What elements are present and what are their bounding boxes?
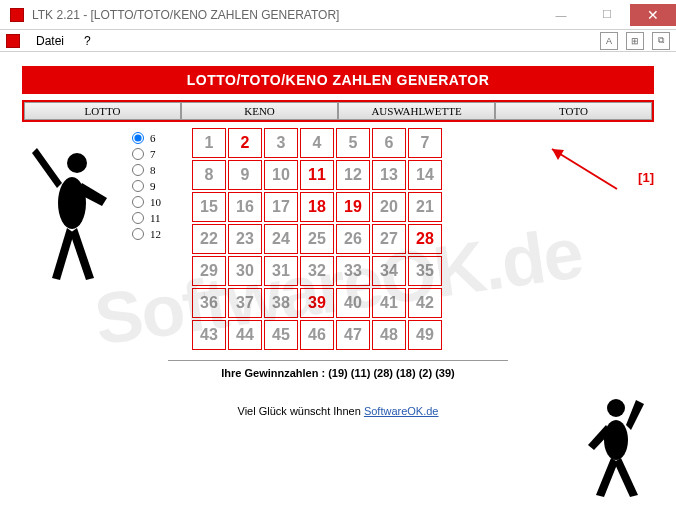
radio-11-label: 11 [150, 212, 161, 224]
cell-20[interactable]: 20 [372, 192, 406, 222]
cell-10[interactable]: 10 [264, 160, 298, 190]
count-radio-group: 6 7 8 9 10 11 12 [132, 128, 192, 350]
cell-49[interactable]: 49 [408, 320, 442, 350]
cell-37[interactable]: 37 [228, 288, 262, 318]
svg-point-0 [67, 153, 87, 173]
cell-33[interactable]: 33 [336, 256, 370, 286]
cell-11[interactable]: 11 [300, 160, 334, 190]
tab-toto[interactable]: TOTO [495, 102, 652, 120]
window-title: LTK 2.21 - [LOTTO/TOTO/KENO ZAHLEN GENER… [32, 8, 538, 22]
cell-36[interactable]: 36 [192, 288, 226, 318]
right-area: [1] [442, 128, 654, 350]
tool-icon-3[interactable]: ⧉ [652, 32, 670, 50]
cell-47[interactable]: 47 [336, 320, 370, 350]
cell-3[interactable]: 3 [264, 128, 298, 158]
radio-8-label: 8 [150, 164, 156, 176]
cell-40[interactable]: 40 [336, 288, 370, 318]
menu-app-icon [6, 34, 20, 48]
cell-1[interactable]: 1 [192, 128, 226, 158]
radio-11[interactable]: 11 [132, 210, 192, 226]
cell-8[interactable]: 8 [192, 160, 226, 190]
annotation-arrow: [1] [638, 170, 654, 185]
cell-31[interactable]: 31 [264, 256, 298, 286]
cell-9[interactable]: 9 [228, 160, 262, 190]
cell-42[interactable]: 42 [408, 288, 442, 318]
tab-keno[interactable]: KENO [181, 102, 338, 120]
cell-28[interactable]: 28 [408, 224, 442, 254]
cell-6[interactable]: 6 [372, 128, 406, 158]
tab-bar: LOTTO KENO AUSWAHLWETTE TOTO [22, 100, 654, 122]
radio-7[interactable]: 7 [132, 146, 192, 162]
cell-27[interactable]: 27 [372, 224, 406, 254]
cell-48[interactable]: 48 [372, 320, 406, 350]
cell-41[interactable]: 41 [372, 288, 406, 318]
cell-15[interactable]: 15 [192, 192, 226, 222]
cell-44[interactable]: 44 [228, 320, 262, 350]
radio-6-label: 6 [150, 132, 156, 144]
tab-lotto[interactable]: LOTTO [24, 102, 181, 120]
stickman-right-icon [576, 390, 656, 500]
cell-38[interactable]: 38 [264, 288, 298, 318]
cell-14[interactable]: 14 [408, 160, 442, 190]
cell-29[interactable]: 29 [192, 256, 226, 286]
radio-7-label: 7 [150, 148, 156, 160]
cell-34[interactable]: 34 [372, 256, 406, 286]
cell-18[interactable]: 18 [300, 192, 334, 222]
radio-12-label: 12 [150, 228, 161, 240]
cell-13[interactable]: 13 [372, 160, 406, 190]
tool-icon-2[interactable]: ⊞ [626, 32, 644, 50]
footer-text: Viel Glück wünscht Ihnen [238, 405, 364, 417]
number-grid: 1234567891011121314151617181920212223242… [192, 128, 442, 350]
tab-auswahl[interactable]: AUSWAHLWETTE [338, 102, 495, 120]
radio-6[interactable]: 6 [132, 130, 192, 146]
annotation-label: [1] [638, 170, 654, 185]
figure-left [22, 128, 132, 350]
cell-21[interactable]: 21 [408, 192, 442, 222]
main-area: 6 7 8 9 10 11 12 12345678910111213141516… [22, 128, 654, 350]
menubar: Datei ? A ⊞ ⧉ [0, 30, 676, 52]
cell-25[interactable]: 25 [300, 224, 334, 254]
radio-9-label: 9 [150, 180, 156, 192]
svg-line-2 [552, 149, 617, 189]
cell-26[interactable]: 26 [336, 224, 370, 254]
minimize-button[interactable]: — [538, 4, 584, 26]
cell-39[interactable]: 39 [300, 288, 334, 318]
cell-23[interactable]: 23 [228, 224, 262, 254]
cell-7[interactable]: 7 [408, 128, 442, 158]
cell-12[interactable]: 12 [336, 160, 370, 190]
cell-16[interactable]: 16 [228, 192, 262, 222]
cell-19[interactable]: 19 [336, 192, 370, 222]
header-banner: LOTTO/TOTO/KENO ZAHLEN GENERATOR [22, 66, 654, 94]
cell-24[interactable]: 24 [264, 224, 298, 254]
svg-point-4 [607, 399, 625, 417]
cell-5[interactable]: 5 [336, 128, 370, 158]
cell-22[interactable]: 22 [192, 224, 226, 254]
cell-45[interactable]: 45 [264, 320, 298, 350]
result-line: Ihre Gewinnzahlen : (19) (11) (28) (18) … [168, 360, 508, 379]
titlebar: LTK 2.21 - [LOTTO/TOTO/KENO ZAHLEN GENER… [0, 0, 676, 30]
cell-30[interactable]: 30 [228, 256, 262, 286]
menu-help[interactable]: ? [76, 32, 99, 50]
close-button[interactable]: ✕ [630, 4, 676, 26]
footer-link[interactable]: SoftwareOK.de [364, 405, 439, 417]
cell-35[interactable]: 35 [408, 256, 442, 286]
content-area: LOTTO/TOTO/KENO ZAHLEN GENERATOR LOTTO K… [0, 52, 676, 520]
tool-icon-1[interactable]: A [600, 32, 618, 50]
svg-point-5 [604, 420, 628, 460]
footer: Viel Glück wünscht Ihnen SoftwareOK.de [22, 405, 654, 417]
radio-8[interactable]: 8 [132, 162, 192, 178]
app-icon [10, 8, 24, 22]
maximize-button[interactable]: ☐ [584, 4, 630, 26]
radio-9[interactable]: 9 [132, 178, 192, 194]
cell-4[interactable]: 4 [300, 128, 334, 158]
cell-46[interactable]: 46 [300, 320, 334, 350]
stickman-left-icon [22, 128, 122, 288]
menu-file[interactable]: Datei [28, 32, 72, 50]
radio-12[interactable]: 12 [132, 226, 192, 242]
radio-10[interactable]: 10 [132, 194, 192, 210]
radio-10-label: 10 [150, 196, 161, 208]
cell-17[interactable]: 17 [264, 192, 298, 222]
cell-32[interactable]: 32 [300, 256, 334, 286]
cell-43[interactable]: 43 [192, 320, 226, 350]
cell-2[interactable]: 2 [228, 128, 262, 158]
